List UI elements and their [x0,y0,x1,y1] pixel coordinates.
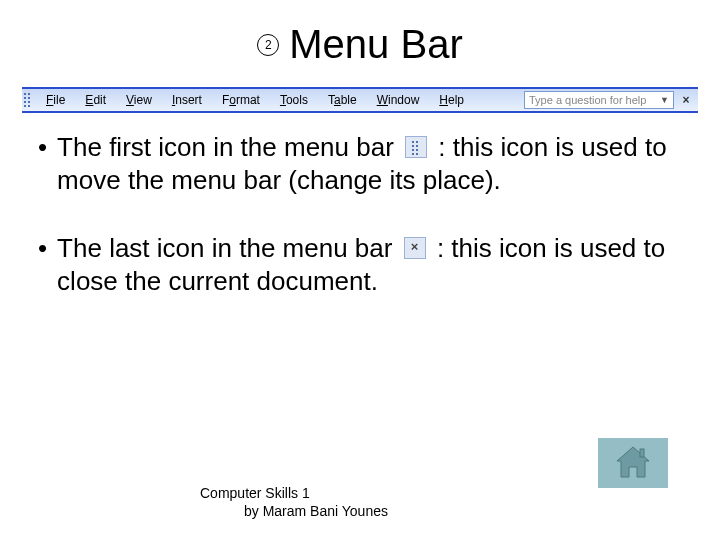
menu-item[interactable]: Window [367,89,430,111]
home-button[interactable] [598,438,668,488]
menu-item[interactable]: Format [212,89,270,111]
bullet-dot: • [38,131,47,198]
bullet-pre: The first icon in the menu bar [57,132,401,162]
close-document-button[interactable]: × [678,92,694,108]
svg-rect-1 [640,449,644,457]
close-icon: × [404,237,426,259]
home-icon [613,445,653,481]
menubar-screenshot: FileEditViewInsertFormatToolsTableWindow… [22,87,698,113]
menu-item[interactable]: Edit [75,89,116,111]
menu-items: FileEditViewInsertFormatToolsTableWindow… [36,89,474,111]
menu-item[interactable]: View [116,89,162,111]
close-icon: × [682,93,689,107]
drag-handle-icon[interactable] [22,89,32,111]
bullet-item: • The last icon in the menu bar × : this… [38,232,682,299]
footer: Computer Skills 1 by Maram Bani Younes [200,485,388,520]
title-row: 2 Menu Bar [0,22,720,67]
bullet-text: The first icon in the menu bar : this ic… [57,131,682,198]
menubar-right: Type a question for help ▼ × [524,91,698,109]
help-placeholder: Type a question for help [529,94,646,106]
menu-item[interactable]: Help [429,89,474,111]
bullet-dot: • [38,232,47,299]
drag-handle-icon [405,136,427,158]
menu-item[interactable]: Table [318,89,367,111]
bullet-text: The last icon in the menu bar × : this i… [57,232,682,299]
footer-line-2: by Maram Bani Younes [200,503,388,521]
help-question-box[interactable]: Type a question for help ▼ [524,91,674,109]
content: • The first icon in the menu bar : this … [0,131,720,298]
slide-number-circle: 2 [257,34,279,56]
footer-line-1: Computer Skills 1 [200,485,388,503]
bullet-pre: The last icon in the menu bar [57,233,400,263]
menu-item[interactable]: File [36,89,75,111]
slide-number: 2 [265,38,272,52]
chevron-down-icon[interactable]: ▼ [660,95,669,105]
slide-title: Menu Bar [289,22,462,67]
menubar: FileEditViewInsertFormatToolsTableWindow… [22,87,698,113]
menu-item[interactable]: Tools [270,89,318,111]
bullet-item: • The first icon in the menu bar : this … [38,131,682,198]
menu-item[interactable]: Insert [162,89,212,111]
